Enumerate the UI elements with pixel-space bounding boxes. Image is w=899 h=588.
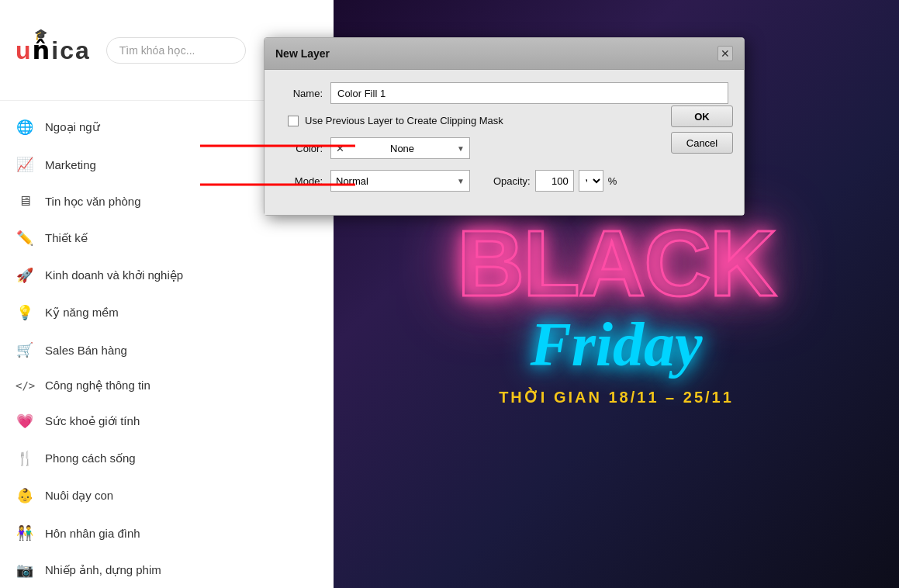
ok-button[interactable]: OK [671, 105, 733, 127]
mode-row: Mode: Normal ▼ Opacity: ▾ % [280, 170, 728, 192]
mode-label: Mode: [280, 175, 323, 187]
sidebar-item-nhiep-anh[interactable]: 📷 Nhiếp ảnh, dựng phim [0, 552, 334, 588]
sidebar-item-label: Phong cách sống [45, 451, 136, 465]
tin-hoc-icon: 🖥 [16, 193, 34, 209]
cancel-button[interactable]: Cancel [671, 132, 733, 154]
percent-label: % [608, 175, 617, 187]
dialog-title: New Layer [275, 47, 330, 60]
color-label: Color: [280, 143, 323, 154]
opacity-label: Opacity: [493, 175, 531, 187]
phong-cach-icon: 🍴 [16, 450, 34, 467]
sidebar-item-label: Công nghệ thông tin [45, 379, 150, 393]
opacity-section: Opacity: ▾ % [493, 170, 617, 192]
logo-u: u [16, 36, 33, 64]
opacity-unit-select[interactable]: ▾ [579, 170, 603, 192]
sidebar-item-label: Hôn nhân gia đình [45, 527, 140, 540]
sidebar-item-label: Tin học văn phòng [45, 195, 141, 209]
sales-icon: 🛒 [16, 341, 34, 358]
cong-nghe-icon: </> [16, 379, 34, 392]
clipping-mask-label: Use Previous Layer to Create Clipping Ma… [305, 115, 503, 126]
sidebar-item-cong-nghe[interactable]: </> Công nghệ thông tin [0, 368, 334, 403]
ky-nang-icon: 💡 [16, 304, 34, 321]
sidebar-item-ky-nang[interactable]: 💡 Kỹ năng mềm [0, 294, 334, 331]
sidebar-item-label: Kinh doanh và khởi nghiệp [45, 268, 183, 282]
color-x-icon: ✕ [336, 143, 344, 154]
name-label: Name: [280, 88, 323, 99]
logo-n-hat: n̂ [33, 36, 52, 65]
bf-time-text: THỜI GIAN 18/11 – 25/11 [458, 388, 776, 406]
sidebar-item-phong-cach[interactable]: 🍴 Phong cách sống [0, 440, 334, 477]
mode-dropdown-arrow: ▼ [457, 177, 465, 185]
suc-khoe-icon: 💗 [16, 413, 34, 430]
logo-i: i [51, 36, 60, 64]
color-select[interactable]: ✕ None ▼ [330, 137, 470, 159]
sidebar-item-label: Sức khoẻ giới tính [45, 414, 140, 428]
new-layer-dialog: New Layer ✕ Name: Use Previous Layer to … [264, 37, 745, 216]
mode-select[interactable]: Normal ▼ [330, 170, 470, 192]
sidebar-item-sales[interactable]: 🛒 Sales Bán hàng [0, 331, 334, 368]
hon-nhan-icon: 👫 [16, 524, 34, 541]
sidebar-item-suc-khoe[interactable]: 💗 Sức khoẻ giới tính [0, 403, 334, 440]
dialog-close-button[interactable]: ✕ [717, 46, 733, 61]
mode-value: Normal [336, 175, 368, 187]
sidebar-item-label: Nhiếp ảnh, dựng phim [45, 563, 161, 577]
sidebar-item-label: Thiết kế [45, 231, 88, 245]
name-input[interactable] [330, 82, 728, 104]
logo[interactable]: un̂ica [16, 36, 91, 65]
color-value: None [390, 143, 414, 154]
opacity-input[interactable] [535, 170, 574, 192]
logo-c: c [60, 36, 75, 64]
ngoai-ngu-icon: 🌐 [16, 119, 34, 136]
thiet-ke-icon: ✏️ [16, 230, 34, 247]
sidebar-item-label: Nuôi dạy con [45, 489, 113, 503]
sidebar-item-kinh-doanh[interactable]: 🚀 Kinh doanh và khởi nghiệp [0, 257, 334, 294]
bf-friday-text: Friday [458, 310, 776, 380]
kinh-doanh-icon: 🚀 [16, 267, 34, 284]
clipping-mask-checkbox[interactable] [288, 116, 299, 126]
marketing-icon: 📈 [16, 156, 34, 173]
sidebar-item-thiet-ke[interactable]: ✏️ Thiết kế [0, 220, 334, 257]
nuoi-day-icon: 👶 [16, 487, 34, 504]
dialog-buttons: OK Cancel [671, 105, 733, 154]
nhiep-anh-icon: 📷 [16, 562, 34, 579]
search-box[interactable]: Tìm khóa học... [106, 37, 246, 64]
sidebar-item-label: Sales Bán hàng [45, 344, 127, 357]
dialog-content: Name: Use Previous Layer to Create Clipp… [265, 70, 744, 215]
sidebar-item-nuoi-day[interactable]: 👶 Nuôi dạy con [0, 477, 334, 514]
checkbox-row: Use Previous Layer to Create Clipping Ma… [280, 115, 728, 126]
sidebar-item-label: Ngoại ngữ [45, 120, 100, 134]
color-dropdown-arrow: ▼ [457, 144, 465, 153]
logo-a: a [75, 36, 91, 64]
bf-black-text: BLACK [458, 216, 776, 310]
color-row: Color: ✕ None ▼ [280, 137, 728, 159]
sidebar-item-label: Marketing [45, 158, 96, 171]
dialog-titlebar: New Layer ✕ [265, 38, 744, 70]
sidebar-item-hon-nhan[interactable]: 👫 Hôn nhân gia đình [0, 514, 334, 552]
name-row: Name: [280, 82, 728, 104]
sidebar-item-label: Kỹ năng mềm [45, 306, 119, 320]
